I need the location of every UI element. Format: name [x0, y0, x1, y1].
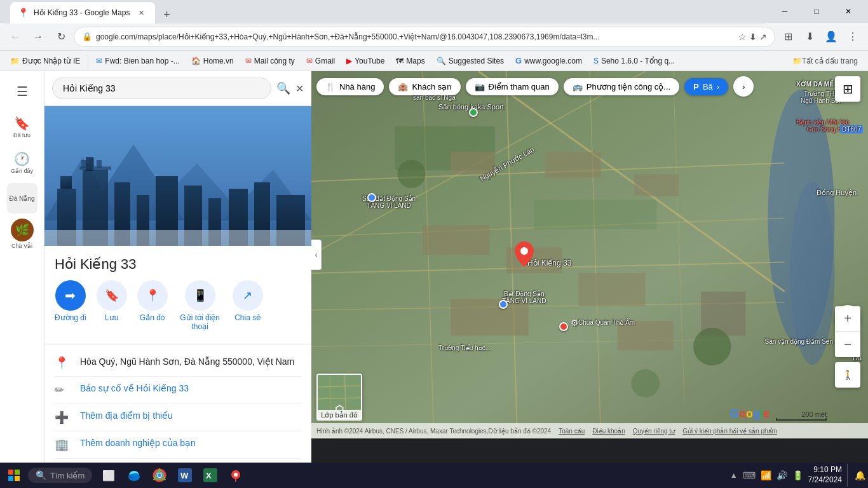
forward-button[interactable]: →: [28, 27, 48, 47]
notifications-button[interactable]: 🔔: [855, 470, 865, 480]
search-input[interactable]: [52, 78, 271, 99]
street-view-button[interactable]: 🚶: [835, 362, 860, 388]
bookmark-suggested[interactable]: 🔍 Suggested Sites: [431, 55, 509, 67]
poi-dot-green: [469, 108, 478, 117]
bookmark-google[interactable]: G www.google.com: [510, 54, 587, 67]
directions-button[interactable]: ➡ Đường đi: [55, 280, 86, 331]
sidebar-recents-button[interactable]: 🕐 Gần đây: [7, 147, 37, 178]
bookmark-seho[interactable]: S Seho 1.6.0 - Tổng q...: [588, 55, 680, 67]
volume-icon[interactable]: 🔊: [776, 470, 787, 480]
maximize-button[interactable]: □: [802, 0, 831, 23]
show-hidden-icons[interactable]: ▲: [730, 471, 738, 480]
settings-button[interactable]: ⋮: [843, 27, 863, 47]
chrome-button[interactable]: [148, 464, 171, 487]
keyboard-icon[interactable]: ⌨: [743, 470, 756, 480]
feedback-link[interactable]: Gửi ý kiến phản hồi về sản phẩm: [682, 428, 777, 435]
recents-label: Gần đây: [11, 168, 33, 174]
taskbar-clock[interactable]: 9:10 PM 7/24/2024: [808, 465, 842, 485]
transit-label: Phương tiện công cộ...: [587, 82, 670, 92]
parking-button[interactable]: P Bã ›: [684, 78, 728, 95]
sidebar-menu-button[interactable]: ☰: [7, 76, 37, 107]
download-page-icon[interactable]: ⬇: [749, 32, 757, 42]
date-display: 7/24/2024: [808, 475, 842, 485]
svg-rect-44: [451, 299, 529, 336]
poi-bds2[interactable]: [499, 300, 508, 309]
all-bookmarks-button[interactable]: 📁 Tất cả dấu trang: [787, 51, 863, 71]
address-text: google.com/maps/place/Hỏi+Kiếng+33,+Hòa+…: [96, 32, 735, 41]
nearby-button[interactable]: 📍 Gần đó: [137, 280, 168, 331]
edge-button[interactable]: [123, 464, 146, 487]
taskview-button[interactable]: ⬜: [97, 464, 120, 487]
taskbar-search-box[interactable]: 🔍 Tìm kiếm: [28, 468, 92, 483]
show-desktop-button[interactable]: [847, 464, 850, 487]
report-label[interactable]: Báo sự cố về Hỏi Kiếng 33: [80, 383, 189, 393]
save-button[interactable]: 🔖 Lưu: [97, 280, 127, 331]
report-row[interactable]: ✏ Báo sự cố về Hỏi Kiếng 33: [55, 377, 301, 404]
bookmark-fwd[interactable]: ✉ Fwd: Bien ban hop -...: [91, 55, 184, 67]
bookmark-star-icon[interactable]: ☆: [738, 32, 747, 42]
poi-chua[interactable]: [559, 322, 568, 331]
maps-app-button[interactable]: [224, 464, 247, 487]
word-button[interactable]: W: [173, 464, 196, 487]
attraction-icon: 📷: [475, 82, 485, 92]
bookmark-gmail[interactable]: ✉ Gmail: [301, 55, 340, 67]
new-tab-button[interactable]: +: [158, 6, 175, 24]
bookmarks-right: 📁 Tất cả dấu trang: [787, 51, 863, 71]
transit-icon: 🚌: [573, 82, 583, 92]
poi-san-bong[interactable]: [469, 108, 478, 117]
bookmark-youtube[interactable]: ▶ YouTube: [341, 55, 390, 67]
active-tab[interactable]: 📍 Hỏi Kiếng 33 - Google Maps ✕: [10, 2, 155, 24]
tab-bar: 📍 Hỏi Kiếng 33 - Google Maps ✕ +: [5, 0, 765, 24]
close-button[interactable]: ✕: [834, 0, 863, 23]
bookmark-ie[interactable]: 📁 Được Nhập từ IE: [5, 55, 85, 67]
more-icon: ›: [742, 82, 745, 92]
hotel-filter-button[interactable]: 🏨 Khách sạn: [389, 78, 460, 95]
toancau-link[interactable]: Toàn cầu: [559, 428, 585, 435]
reload-button[interactable]: ↻: [51, 27, 71, 47]
share-icon: ↗: [243, 288, 252, 302]
add-missing-row[interactable]: ➕ Thêm địa điểm bị thiếu: [55, 404, 301, 431]
extensions-button[interactable]: ⊞: [778, 27, 798, 47]
address-bar[interactable]: 🔒 google.com/maps/place/Hỏi+Kiếng+33,+Hò…: [74, 27, 775, 47]
svg-rect-17: [44, 230, 311, 246]
start-button[interactable]: [3, 464, 25, 487]
poi-dot-blue-2: [499, 300, 508, 309]
layer-label: Lớp bản đồ: [316, 410, 362, 421]
share-button[interactable]: ↗ Chia sẻ: [233, 280, 263, 331]
profile-button[interactable]: 👤: [821, 27, 841, 47]
tab-close-button[interactable]: ✕: [135, 6, 147, 19]
quyenriengtu-link[interactable]: Quyền riêng tư: [633, 428, 675, 435]
send-to-phone-button[interactable]: 📱 Gửi tới điện thoại: [178, 280, 222, 331]
bookmark-maps[interactable]: 🗺 Maps: [391, 55, 430, 67]
zoom-out-button[interactable]: −: [835, 332, 860, 357]
minimize-button[interactable]: ─: [770, 0, 799, 23]
sidebar-chavai-avatar[interactable]: 🌿 Chà Vải: [7, 219, 37, 249]
restaurant-filter-button[interactable]: 🍴 Nhà hàng: [316, 78, 384, 95]
network-icon[interactable]: 📶: [761, 470, 771, 480]
bookmark-homevn[interactable]: 🏠 Home.vn: [186, 55, 239, 67]
add-missing-label[interactable]: Thêm địa điểm bị thiếu: [80, 410, 173, 421]
more-filters-button[interactable]: ›: [733, 76, 754, 97]
attraction-filter-button[interactable]: 📷 Điểm tham quan: [466, 78, 559, 95]
share-page-icon[interactable]: ↗: [759, 32, 767, 42]
bookmark-mail[interactable]: ✉ Mail công ty: [240, 55, 300, 67]
add-business-label[interactable]: Thêm doanh nghiệp của bạn: [80, 438, 196, 448]
sidebar-saved-button[interactable]: 🔖 Đã lưu: [7, 112, 37, 142]
battery-icon[interactable]: 🔋: [792, 470, 803, 480]
dieukoan-link[interactable]: Điều khoản: [592, 428, 625, 435]
map-area[interactable]: XỚM DA MỀ Trường THPTNgũ Hành Sơn Bệnh v…: [311, 71, 868, 438]
collapse-panel-button[interactable]: ‹: [311, 240, 322, 270]
search-button[interactable]: 🔍: [276, 81, 290, 95]
downloads-button[interactable]: ⬇: [799, 27, 820, 47]
poi-bds1[interactable]: [367, 193, 376, 202]
excel-button[interactable]: X: [199, 464, 222, 487]
transit-filter-button[interactable]: 🚌 Phương tiện công cộ...: [564, 78, 679, 95]
back-button[interactable]: ←: [5, 27, 25, 47]
google-logo: Google: [730, 407, 770, 421]
zoom-in-button[interactable]: +: [835, 306, 860, 332]
browser-toolbar: ← → ↻ 🔒 google.com/maps/place/Hỏi+Kiếng+…: [0, 23, 868, 51]
sidebar-danang-avatar[interactable]: Đà Nẵng: [7, 183, 37, 214]
clear-search-button[interactable]: ✕: [295, 83, 304, 95]
svg-point-67: [158, 473, 161, 477]
add-business-row[interactable]: 🏢 Thêm doanh nghiệp của bạn: [55, 431, 301, 459]
